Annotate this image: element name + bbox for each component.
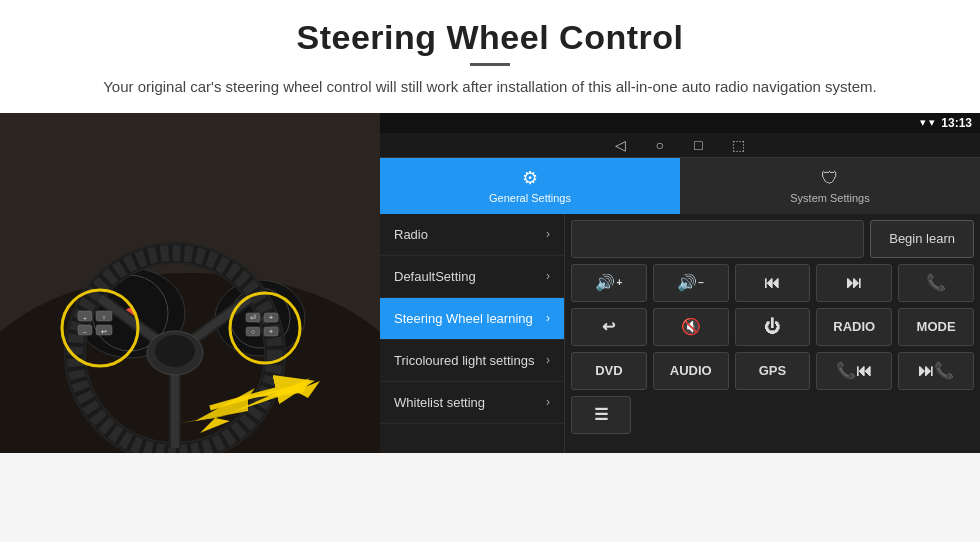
phone-button[interactable]: 📞 [898, 264, 974, 302]
svg-text:+: + [269, 328, 273, 335]
menu-default-chevron: › [546, 269, 550, 283]
control-row-4: ☰ [571, 396, 974, 434]
tab-bar: ⚙ General Settings 🛡 System Settings [380, 158, 980, 214]
hangup-button[interactable]: ↩ [571, 308, 647, 346]
prev-track-button[interactable]: ⏮ [735, 264, 811, 302]
system-settings-icon: 🛡 [821, 168, 839, 189]
navigation-bar: ◁ ○ □ ⬚ [380, 133, 980, 158]
top-section: Steering Wheel Control Your original car… [0, 0, 980, 113]
main-content: Radio › DefaultSetting › Steering Wheel … [380, 214, 980, 453]
bottom-section: + − ↑ ↩ ⏎ + ○ + [0, 113, 980, 453]
cast-nav-icon[interactable]: ⬚ [732, 137, 745, 153]
volume-down-button[interactable]: 🔊− [653, 264, 729, 302]
svg-text:↑: ↑ [102, 314, 106, 321]
menu-default-label: DefaultSetting [394, 269, 476, 284]
phone-next-button[interactable]: ⏭📞 [898, 352, 974, 390]
next-track-button[interactable]: ⏭ [816, 264, 892, 302]
menu-item-whitelist[interactable]: Whitelist setting › [380, 382, 564, 424]
svg-text:○: ○ [251, 328, 255, 335]
tab-general-settings[interactable]: ⚙ General Settings [380, 158, 680, 214]
menu-radio-label: Radio [394, 227, 428, 242]
svg-point-18 [155, 335, 195, 367]
left-menu: Radio › DefaultSetting › Steering Wheel … [380, 214, 565, 453]
menu-whitelist-chevron: › [546, 395, 550, 409]
general-settings-icon: ⚙ [522, 167, 538, 189]
control-row-1: 🔊+ 🔊− ⏮ ⏭ 📞 [571, 264, 974, 302]
power-button[interactable]: ⏻ [735, 308, 811, 346]
right-panel: Begin learn 🔊+ 🔊− ⏮ ⏭ 📞 ↩ 🔇 ⏻ RADIO MODE [565, 214, 980, 453]
recent-nav-icon[interactable]: □ [694, 137, 702, 153]
audio-button[interactable]: AUDIO [653, 352, 729, 390]
menu-item-radio[interactable]: Radio › [380, 214, 564, 256]
volume-up-button[interactable]: 🔊+ [571, 264, 647, 302]
steering-input-display [571, 220, 864, 258]
menu-radio-chevron: › [546, 227, 550, 241]
car-image: + − ↑ ↩ ⏎ + ○ + [0, 113, 380, 453]
menu-steering-chevron: › [546, 311, 550, 325]
page-subtitle: Your original car's steering wheel contr… [60, 76, 920, 99]
status-icons: ▾ ▾ [920, 116, 935, 129]
home-nav-icon[interactable]: ○ [656, 137, 664, 153]
dvd-button[interactable]: DVD [571, 352, 647, 390]
menu-item-steering[interactable]: Steering Wheel learning › [380, 298, 564, 340]
gps-button[interactable]: GPS [735, 352, 811, 390]
svg-text:+: + [269, 314, 273, 321]
menu-item-tricolour[interactable]: Tricoloured light settings › [380, 340, 564, 382]
begin-learn-row: Begin learn [571, 220, 974, 258]
mode-button[interactable]: MODE [898, 308, 974, 346]
page-title: Steering Wheel Control [60, 18, 920, 57]
title-divider [470, 63, 510, 66]
begin-learn-button[interactable]: Begin learn [870, 220, 974, 258]
signal-icon: ▾ [920, 116, 926, 129]
svg-text:⏎: ⏎ [250, 314, 256, 321]
phone-prev-button[interactable]: 📞⏮ [816, 352, 892, 390]
back-nav-icon[interactable]: ◁ [615, 137, 626, 153]
tab-system-label: System Settings [790, 192, 869, 204]
tab-system-settings[interactable]: 🛡 System Settings [680, 158, 980, 214]
list-settings-button[interactable]: ☰ [571, 396, 631, 434]
control-row-2: ↩ 🔇 ⏻ RADIO MODE [571, 308, 974, 346]
svg-text:↩: ↩ [101, 328, 107, 335]
menu-tricolour-chevron: › [546, 353, 550, 367]
status-bar: ▾ ▾ 13:13 [380, 113, 980, 133]
control-row-3: DVD AUDIO GPS 📞⏮ ⏭📞 [571, 352, 974, 390]
tab-general-label: General Settings [489, 192, 571, 204]
svg-text:−: − [83, 329, 87, 335]
menu-tricolour-label: Tricoloured light settings [394, 353, 534, 368]
svg-text:+: + [83, 315, 87, 321]
radio-mode-button[interactable]: RADIO [816, 308, 892, 346]
status-time: 13:13 [941, 116, 972, 130]
mute-button[interactable]: 🔇 [653, 308, 729, 346]
menu-whitelist-label: Whitelist setting [394, 395, 485, 410]
menu-item-default[interactable]: DefaultSetting › [380, 256, 564, 298]
menu-steering-label: Steering Wheel learning [394, 311, 533, 326]
wifi-icon: ▾ [929, 116, 935, 129]
android-ui: ▾ ▾ 13:13 ◁ ○ □ ⬚ ⚙ General Settings 🛡 S… [380, 113, 980, 453]
